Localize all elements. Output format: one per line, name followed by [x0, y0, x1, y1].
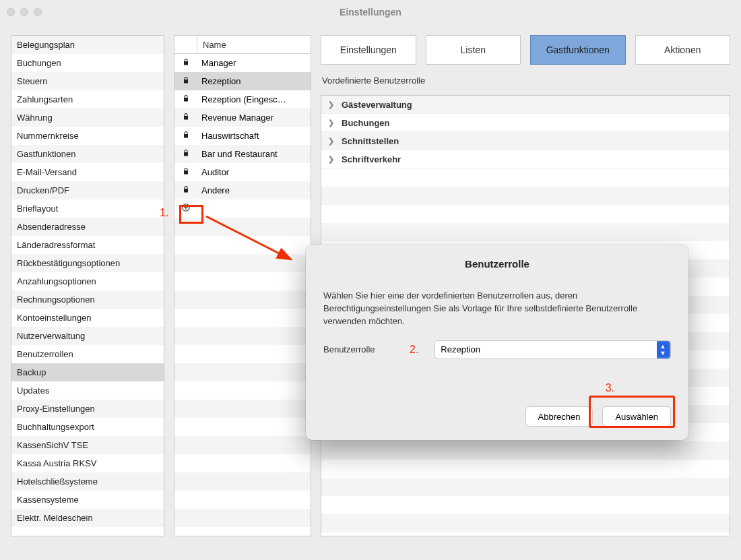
dialog-description: Wählen Sie hier eine der vordefinierten … — [323, 290, 671, 328]
roles-panel: Name ManagerRezeptionRezeption (Eingesc…… — [174, 35, 311, 536]
sidebar-item[interactable]: Kassa Austria RKSV — [11, 454, 164, 472]
empty-row — [174, 272, 311, 290]
category-row[interactable]: ❯Buchungen — [321, 114, 730, 132]
sidebar-item[interactable]: Brieflayout — [11, 199, 164, 218]
empty-row — [174, 527, 311, 536]
settings-sidebar: BelegungsplanBuchungenSteuernZahlungsart… — [11, 35, 164, 536]
dialog-title: Benutzerrolle — [323, 258, 671, 270]
dialog-role-select[interactable]: Rezeption — [434, 340, 671, 359]
role-row[interactable]: Hauswirtschaft — [174, 127, 311, 145]
annotation-step-2: 2. — [410, 344, 418, 356]
empty-row — [174, 309, 311, 327]
dialog-role-label: Benutzerrolle — [323, 344, 397, 354]
empty-row — [174, 472, 311, 491]
lock-icon — [174, 94, 197, 104]
sidebar-item[interactable]: KassenSichV TSE — [11, 436, 164, 454]
lock-icon — [174, 131, 197, 141]
empty-row — [174, 436, 311, 454]
roles-header-name: Name — [197, 40, 232, 50]
sidebar-item[interactable]: Buchhaltungsexport — [11, 418, 164, 436]
empty-row — [174, 345, 311, 363]
add-role-row[interactable] — [174, 199, 311, 218]
detail-tabs: EinstellungenListenGastfunktionenAktione… — [321, 35, 730, 65]
lock-icon — [174, 167, 197, 177]
chevron-right-icon: ❯ — [328, 119, 335, 127]
role-row[interactable]: Auditor — [174, 163, 311, 181]
dialog-confirm-button[interactable]: Auswählen — [602, 406, 671, 427]
sidebar-item[interactable]: Rückbestätigungsoptionen — [11, 254, 164, 272]
empty-row — [174, 400, 311, 418]
empty-row — [174, 236, 311, 254]
predefined-role-label: Vordefinierte Benutzerrolle — [321, 73, 730, 87]
window-titlebar: Einstellungen — [0, 0, 741, 24]
sidebar-item[interactable]: Kassensysteme — [11, 491, 164, 509]
sidebar-item[interactable]: Gastfunktionen — [11, 145, 164, 163]
sidebar-item[interactable]: E-Mail-Versand — [11, 163, 164, 181]
empty-row — [174, 454, 311, 472]
empty-row — [174, 491, 311, 509]
sidebar-item[interactable]: Anzahlungsoptionen — [11, 272, 164, 290]
sidebar-item[interactable]: Hotelschließsysteme — [11, 472, 164, 491]
annotation-step-1: 1. — [160, 207, 168, 219]
role-row[interactable]: Manager — [174, 54, 311, 72]
sidebar-item[interactable]: Buchungen — [11, 54, 164, 72]
chevron-right-icon: ❯ — [328, 155, 335, 164]
sidebar-item[interactable]: Nummernkreise — [11, 127, 164, 145]
sidebar-item[interactable]: Zahlungsarten — [11, 90, 164, 108]
empty-row — [174, 218, 311, 236]
empty-row — [174, 381, 311, 400]
sidebar-item[interactable]: Elektr. Meldeschein — [11, 509, 164, 527]
lock-icon — [174, 113, 197, 123]
role-template-dialog: Benutzerrolle Wählen Sie hier eine der v… — [306, 245, 688, 440]
role-row[interactable]: Bar und Restaurant — [174, 145, 311, 163]
sidebar-item[interactable]: Länderadressformat — [11, 236, 164, 254]
chevron-right-icon: ❯ — [328, 137, 335, 146]
sidebar-item[interactable]: Nutzerverwaltung — [11, 327, 164, 345]
sidebar-item[interactable]: Steuern — [11, 72, 164, 90]
tab-einstellungen[interactable]: Einstellungen — [321, 35, 416, 65]
window-title: Einstellungen — [0, 7, 741, 18]
lock-icon — [174, 76, 197, 86]
tab-gastfunktionen[interactable]: Gastfunktionen — [530, 35, 626, 65]
sidebar-item[interactable]: Belegungsplan — [11, 36, 164, 54]
tab-listen[interactable]: Listen — [426, 35, 521, 65]
empty-row — [174, 254, 311, 272]
empty-row — [174, 418, 311, 436]
role-row[interactable]: Rezeption (Eingesc… — [174, 90, 311, 108]
sidebar-item[interactable]: Rechnungsoptionen — [11, 290, 164, 309]
add-icon[interactable] — [174, 203, 197, 214]
sidebar-item[interactable]: Absenderadresse — [11, 218, 164, 236]
roles-table-header: Name — [174, 36, 311, 54]
category-row[interactable]: ❯Schnittstellen — [321, 132, 730, 150]
lock-icon — [174, 149, 197, 159]
chevron-right-icon: ❯ — [328, 100, 335, 109]
empty-row — [174, 290, 311, 309]
category-row[interactable]: ❯Gästeverwaltung — [321, 96, 730, 114]
lock-icon — [174, 58, 197, 68]
role-row[interactable]: Revenue Manager — [174, 108, 311, 127]
role-row[interactable]: Rezeption — [174, 72, 311, 90]
dialog-cancel-button[interactable]: Abbrechen — [525, 406, 593, 427]
category-row[interactable]: ❯Schriftverkehr — [321, 150, 730, 168]
sidebar-item[interactable]: Benutzerrollen — [11, 345, 164, 363]
sidebar-item[interactable]: Währung — [11, 108, 164, 127]
sidebar-item[interactable]: Updates — [11, 381, 164, 400]
lock-icon — [174, 185, 197, 195]
sidebar-item[interactable]: Backup — [11, 363, 164, 381]
sidebar-item[interactable]: Proxy-Einstellungen — [11, 400, 164, 418]
sidebar-item[interactable]: Drucken/PDF — [11, 181, 164, 199]
role-row[interactable]: Andere — [174, 181, 311, 199]
annotation-step-3: 3. — [606, 382, 614, 394]
sidebar-item[interactable]: Kontoeinstellungen — [11, 309, 164, 327]
empty-row — [174, 363, 311, 381]
empty-row — [174, 327, 311, 345]
empty-row — [174, 509, 311, 527]
tab-aktionen[interactable]: Aktionen — [635, 35, 731, 65]
